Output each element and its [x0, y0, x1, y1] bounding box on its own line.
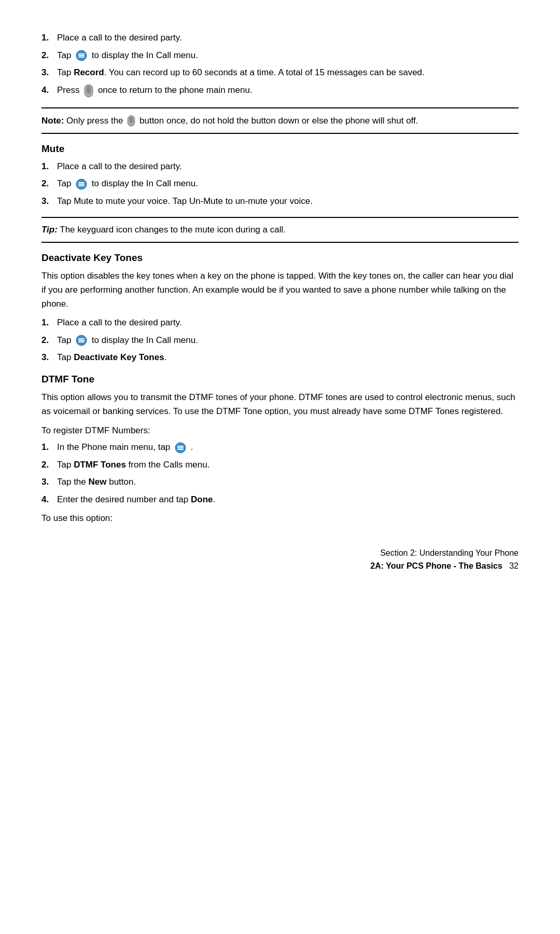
list-item: 1. Place a call to the desired party.	[41, 160, 519, 173]
deactivate-section: Deactivate Key Tones This option disable…	[41, 252, 519, 364]
list-num: 1.	[41, 160, 57, 173]
list-num: 4.	[41, 493, 57, 506]
power-icon-note	[127, 115, 136, 127]
svg-rect-17	[177, 446, 184, 447]
list-text: Tap to display the In Call menu.	[57, 49, 198, 62]
list-num: 3.	[41, 475, 57, 489]
svg-rect-7	[130, 117, 133, 123]
list-text: Tap Mute to mute your voice. Tap Un-Mute…	[57, 195, 313, 208]
deactivate-list: 1. Place a call to the desired party. 2.…	[41, 316, 519, 364]
note-label: Note:	[41, 116, 64, 126]
menu-icon	[174, 442, 187, 454]
list-num: 2.	[41, 49, 57, 62]
list-text: Place a call to the desired party.	[57, 160, 182, 173]
content-area: 1. Place a call to the desired party. 2.…	[41, 31, 519, 573]
svg-rect-10	[78, 184, 85, 185]
menu-icon	[75, 178, 88, 190]
svg-rect-19	[177, 449, 184, 450]
deactivate-body: This option disables the key tones when …	[41, 269, 519, 311]
list-text: Tap the New button.	[57, 475, 136, 489]
list-item: 2. Tap DTMF Tones from the Calls menu.	[41, 458, 519, 472]
top-numbered-list: 1. Place a call to the desired party. 2.…	[41, 31, 519, 98]
dtmf-heading: DTMF Tone	[41, 374, 519, 385]
list-item: 2. Tap to display the In Call menu.	[41, 177, 519, 190]
list-text: Enter the desired number and tap Done.	[57, 493, 215, 506]
list-item: 2. Tap to display the In Call menu.	[41, 49, 519, 62]
tip-label: Tip:	[41, 225, 58, 235]
list-item: 3. Tap Deactivate Key Tones.	[41, 351, 519, 364]
footer-bold-text: 2A: Your PCS Phone - The Basics	[370, 561, 502, 570]
list-text: Tap DTMF Tones from the Calls menu.	[57, 458, 209, 472]
svg-rect-14	[78, 340, 85, 341]
dtmf-register-list: 1. In the Phone main menu, tap . 2. Tap …	[41, 441, 519, 506]
svg-rect-18	[177, 447, 184, 448]
svg-rect-9	[78, 182, 85, 183]
list-item: 3. Tap Mute to mute your voice. Tap Un-M…	[41, 195, 519, 208]
power-icon	[83, 84, 94, 98]
list-item: 3. Tap Record. You can record up to 60 s…	[41, 66, 519, 79]
footer-line1: Section 2: Understanding Your Phone	[41, 546, 519, 560]
menu-icon	[75, 335, 88, 346]
list-num: 1.	[41, 316, 57, 329]
footer-line2: 2A: Your PCS Phone - The Basics 32	[41, 559, 519, 573]
list-item: 4. Enter the desired number and tap Done…	[41, 493, 519, 506]
list-num: 1.	[41, 441, 57, 454]
list-item: 1. Place a call to the desired party.	[41, 31, 519, 45]
tip-text: The keyguard icon changes to the mute ic…	[60, 225, 286, 235]
list-num: 3.	[41, 351, 57, 364]
list-num: 3.	[41, 66, 57, 79]
svg-rect-5	[87, 86, 91, 93]
svg-rect-11	[78, 185, 85, 186]
dtmf-body: This option allows you to transmit the D…	[41, 390, 519, 418]
dtmf-section: DTMF Tone This option allows you to tran…	[41, 374, 519, 526]
list-num: 2.	[41, 177, 57, 190]
list-text: Tap Record. You can record up to 60 seco…	[57, 66, 425, 79]
list-num: 4.	[41, 84, 57, 97]
list-num: 2.	[41, 334, 57, 347]
note-text: Only press the button once, do not hold …	[66, 116, 418, 126]
menu-icon	[75, 50, 88, 61]
note-box: Note: Only press the button once, do not…	[41, 107, 519, 134]
list-text: In the Phone main menu, tap .	[57, 441, 193, 454]
svg-rect-3	[78, 57, 85, 58]
list-item: 1. In the Phone main menu, tap .	[41, 441, 519, 454]
list-text: Place a call to the desired party.	[57, 316, 182, 329]
list-num: 1.	[41, 31, 57, 45]
list-num: 2.	[41, 458, 57, 472]
svg-rect-13	[78, 338, 85, 339]
list-item: 1. Place a call to the desired party.	[41, 316, 519, 329]
list-text: Tap to display the In Call menu.	[57, 177, 198, 190]
svg-rect-15	[78, 341, 85, 342]
list-item: 4. Press once to return to the phone mai…	[41, 84, 519, 98]
list-text: Tap Deactivate Key Tones.	[57, 351, 166, 364]
list-item: 2. Tap to display the In Call menu.	[41, 334, 519, 347]
list-item: 3. Tap the New button.	[41, 475, 519, 489]
mute-section: Mute 1. Place a call to the desired part…	[41, 143, 519, 208]
list-text: Tap to display the In Call menu.	[57, 334, 198, 347]
mute-heading: Mute	[41, 143, 519, 155]
tip-box: Tip: The keyguard icon changes to the mu…	[41, 217, 519, 243]
deactivate-heading: Deactivate Key Tones	[41, 252, 519, 264]
list-num: 3.	[41, 195, 57, 208]
list-text: Place a call to the desired party.	[57, 31, 182, 45]
footer: Section 2: Understanding Your Phone 2A: …	[41, 546, 519, 573]
svg-rect-1	[78, 53, 85, 54]
dtmf-use-label: To use this option:	[41, 511, 519, 525]
list-text: Press once to return to the phone main m…	[57, 84, 253, 98]
dtmf-register-label: To register DTMF Numbers:	[41, 423, 519, 437]
svg-rect-2	[78, 55, 85, 56]
mute-list: 1. Place a call to the desired party. 2.…	[41, 160, 519, 208]
